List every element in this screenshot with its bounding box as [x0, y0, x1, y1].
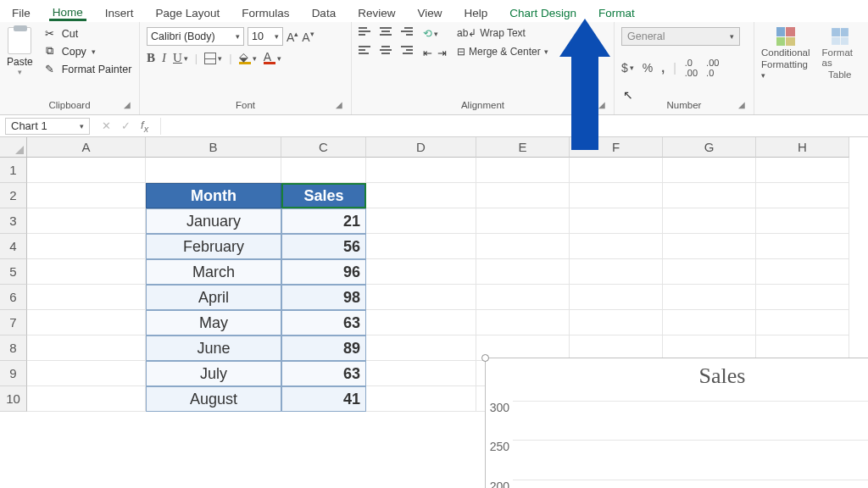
cell[interactable]: January — [146, 208, 281, 234]
cell[interactable] — [476, 158, 570, 183]
paste-button[interactable]: Paste ▾ — [7, 27, 33, 76]
row-header[interactable]: 5 — [0, 259, 27, 285]
row-header[interactable]: 9 — [0, 361, 27, 386]
underline-button[interactable]: U▾ — [173, 51, 188, 65]
cell[interactable] — [366, 259, 476, 285]
font-name-combo[interactable]: Calibri (Body)▾ — [147, 27, 244, 46]
menu-file[interactable]: File — [8, 5, 34, 21]
increase-indent-button[interactable]: ⇥ — [437, 47, 447, 59]
decrease-decimal-button[interactable]: .00.0 — [706, 58, 719, 78]
cell[interactable]: July — [146, 361, 281, 386]
format-painter-button[interactable]: ✎Format Painter — [43, 63, 132, 75]
cell[interactable]: April — [146, 285, 281, 310]
col-header[interactable]: E — [476, 137, 570, 158]
col-header[interactable]: B — [146, 137, 281, 158]
dialog-launcher-icon[interactable]: ◢ — [738, 100, 745, 109]
menu-home[interactable]: Home — [49, 4, 86, 21]
cell[interactable] — [663, 310, 756, 336]
cell[interactable] — [27, 336, 146, 361]
row-header[interactable]: 8 — [0, 336, 27, 361]
column-headers[interactable]: A B C D E F G H — [27, 137, 868, 158]
cell[interactable]: 98 — [281, 285, 366, 310]
cell[interactable] — [366, 336, 476, 361]
cell[interactable] — [476, 234, 570, 259]
dialog-launcher-icon[interactable]: ◢ — [124, 100, 131, 109]
cell[interactable] — [366, 386, 476, 412]
number-format-combo[interactable]: General▾ — [621, 27, 740, 46]
cell[interactable]: 63 — [281, 361, 366, 386]
chart-plot-area[interactable]: 30025020015010050 — [513, 401, 868, 488]
menu-help[interactable]: Help — [460, 5, 491, 21]
col-header[interactable]: D — [366, 137, 476, 158]
select-all-button[interactable] — [0, 137, 27, 158]
cell[interactable] — [366, 158, 476, 183]
cell[interactable]: 89 — [281, 336, 366, 361]
cell[interactable] — [663, 158, 756, 183]
increase-decimal-button[interactable]: .0.00 — [685, 58, 698, 78]
alignment-buttons[interactable] — [359, 27, 413, 59]
cell[interactable] — [366, 234, 476, 259]
cell[interactable] — [663, 285, 756, 310]
cell[interactable] — [281, 158, 366, 183]
cancel-icon[interactable]: ✕ — [102, 119, 111, 132]
cell[interactable]: Month — [146, 183, 281, 208]
menu-review[interactable]: Review — [354, 5, 398, 21]
italic-button[interactable]: I — [162, 51, 166, 65]
font-size-combo[interactable]: 10▾ — [248, 27, 283, 46]
cell[interactable] — [570, 183, 663, 208]
cell[interactable]: 96 — [281, 259, 366, 285]
conditional-formatting-button[interactable]: Conditional Formatting ▾ — [761, 27, 810, 80]
cell[interactable] — [756, 208, 849, 234]
accounting-format-button[interactable]: $ ▾ — [621, 61, 634, 75]
percent-button[interactable]: % — [643, 61, 653, 75]
cell[interactable] — [756, 183, 849, 208]
cell[interactable]: August — [146, 386, 281, 412]
row-header[interactable]: 1 — [0, 158, 27, 183]
cell[interactable] — [663, 234, 756, 259]
wrap-text-button[interactable]: ab↲Wrap Text — [457, 27, 548, 39]
cell[interactable] — [663, 183, 756, 208]
merge-center-button[interactable]: ⊟Merge & Center ▾ — [457, 46, 548, 58]
cell[interactable] — [146, 158, 281, 183]
row-header[interactable]: 4 — [0, 234, 27, 259]
cell[interactable] — [570, 259, 663, 285]
cell[interactable] — [476, 183, 570, 208]
cell[interactable] — [476, 285, 570, 310]
cell[interactable] — [366, 361, 476, 386]
borders-button[interactable]: ▾ — [204, 53, 222, 64]
row-header[interactable]: 7 — [0, 310, 27, 336]
font-color-button[interactable]: A▾ — [264, 52, 281, 64]
chart-title[interactable]: Sales — [486, 358, 868, 391]
fx-icon[interactable]: fx — [141, 119, 148, 134]
cell[interactable] — [27, 183, 146, 208]
cell[interactable] — [27, 285, 146, 310]
col-header[interactable]: C — [281, 137, 366, 158]
menu-view[interactable]: View — [414, 5, 445, 21]
cell[interactable]: 56 — [281, 234, 366, 259]
row-header[interactable]: 3 — [0, 208, 27, 234]
cell[interactable] — [570, 285, 663, 310]
copy-button[interactable]: ⧉Copy ▾ — [43, 45, 132, 58]
format-as-table-button[interactable]: Format as Table — [822, 27, 858, 80]
cell[interactable]: February — [146, 234, 281, 259]
chevron-down-icon[interactable]: ▾ — [18, 68, 22, 76]
row-header[interactable]: 6 — [0, 285, 27, 310]
cell[interactable]: Sales — [281, 183, 366, 208]
cell[interactable] — [756, 158, 849, 183]
cell[interactable] — [570, 310, 663, 336]
cut-button[interactable]: ✂Cut — [43, 27, 132, 40]
cell[interactable] — [27, 259, 146, 285]
cell[interactable] — [366, 208, 476, 234]
cell[interactable]: March — [146, 259, 281, 285]
bold-button[interactable]: B — [147, 51, 155, 65]
cell[interactable] — [756, 234, 849, 259]
chart-object[interactable]: Sales 30025020015010050 — [485, 358, 868, 488]
cell[interactable] — [570, 158, 663, 183]
row-header[interactable]: 10 — [0, 386, 27, 412]
cell[interactable] — [27, 158, 146, 183]
resize-handle[interactable] — [481, 354, 489, 362]
decrease-indent-button[interactable]: ⇤ — [423, 47, 432, 59]
increase-font-icon[interactable]: A▴ — [287, 30, 298, 44]
cell[interactable] — [366, 285, 476, 310]
cell[interactable] — [663, 259, 756, 285]
